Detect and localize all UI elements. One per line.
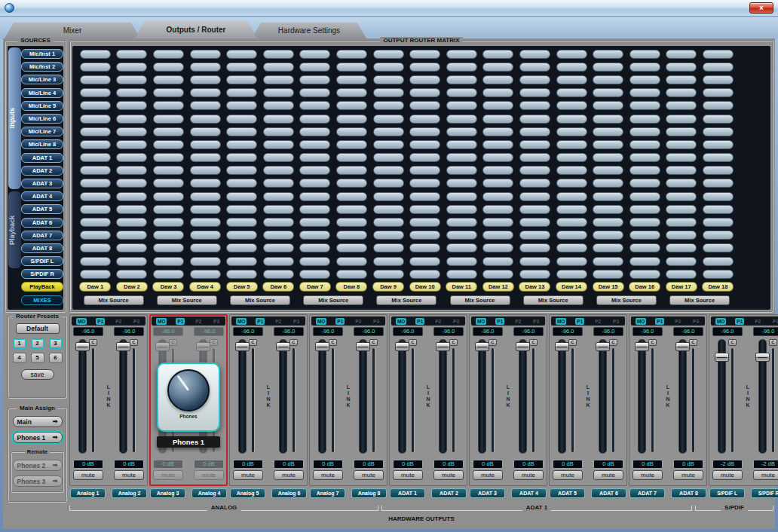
fader-track[interactable] xyxy=(519,339,527,454)
mute-button[interactable]: mute xyxy=(73,470,103,480)
output-button-analog-4[interactable]: Analog 4 xyxy=(191,488,227,498)
matrix-cell-r9c2[interactable] xyxy=(116,153,147,162)
matrix-cell-r14c18[interactable] xyxy=(703,218,734,227)
center-button[interactable]: C xyxy=(210,339,218,346)
matrix-cell-r10c6[interactable] xyxy=(263,166,294,175)
matrix-cell-r2c16[interactable] xyxy=(629,63,660,72)
matrix-cell-r9c7[interactable] xyxy=(299,153,330,162)
matrix-cell-r8c4[interactable] xyxy=(190,140,221,149)
gain-display[interactable]: 0 dB xyxy=(354,460,384,469)
matrix-cell-r12c14[interactable] xyxy=(556,192,587,201)
matrix-cell-r9c13[interactable] xyxy=(519,153,550,162)
matrix-cell-r16c13[interactable] xyxy=(519,243,550,252)
matrix-cell-r6c3[interactable] xyxy=(153,115,184,124)
matrix-cell-r14c11[interactable] xyxy=(446,218,477,227)
matrix-cell-r9c8[interactable] xyxy=(336,153,367,162)
matrix-cell-r9c18[interactable] xyxy=(703,153,734,162)
link-button[interactable]: LINK xyxy=(584,327,592,480)
matrix-cell-r11c6[interactable] xyxy=(263,179,294,188)
center-button[interactable]: C xyxy=(529,339,538,346)
matrix-cell-r13c10[interactable] xyxy=(409,205,440,214)
matrix-cell-r13c8[interactable] xyxy=(336,205,367,214)
fader-track[interactable] xyxy=(238,339,247,454)
matrix-cell-r4c11[interactable] xyxy=(446,88,477,97)
fader-handle[interactable] xyxy=(596,342,610,351)
fader-track[interactable] xyxy=(558,339,566,454)
matrix-cell-r7c12[interactable] xyxy=(482,127,513,136)
matrix-cell-r2c3[interactable] xyxy=(153,63,184,72)
gain-display[interactable]: 0 dB xyxy=(633,460,663,469)
matrix-cell-r10c7[interactable] xyxy=(299,166,330,175)
matrix-cell-r7c6[interactable] xyxy=(263,127,294,136)
matrix-cell-r1c14[interactable] xyxy=(556,50,587,59)
matrix-cell-r1c12[interactable] xyxy=(482,50,513,59)
matrix-cell-r2c9[interactable] xyxy=(373,63,404,72)
matrix-cell-r9c12[interactable] xyxy=(482,153,513,162)
center-button[interactable]: C xyxy=(769,339,777,346)
link-button[interactable]: LINK xyxy=(744,327,752,480)
matrix-cell-r5c8[interactable] xyxy=(336,101,367,110)
matrix-cell-r5c12[interactable] xyxy=(482,101,513,110)
source-mic-line-5[interactable]: Mic/Line 5 xyxy=(21,101,63,111)
matrix-cell-r18c16[interactable] xyxy=(629,270,660,279)
matrix-cell-r12c18[interactable] xyxy=(703,192,734,201)
source-adat-2[interactable]: ADAT 2 xyxy=(21,166,63,176)
source-adat-4[interactable]: ADAT 4 xyxy=(21,191,63,201)
matrix-cell-r14c15[interactable] xyxy=(593,218,623,227)
matrix-cell-r15c15[interactable] xyxy=(593,231,623,240)
matrix-cell-r13c1[interactable] xyxy=(80,205,111,214)
mute-button[interactable]: mute xyxy=(593,470,623,480)
matrix-cell-r15c17[interactable] xyxy=(666,231,697,240)
daw-button-daw-1[interactable]: Daw 1 xyxy=(79,282,111,292)
matrix-cell-r10c2[interactable] xyxy=(116,166,147,175)
matrix-cell-r3c7[interactable] xyxy=(299,75,330,84)
matrix-cell-r14c12[interactable] xyxy=(482,218,513,227)
fader-track[interactable] xyxy=(119,339,127,454)
matrix-cell-r5c17[interactable] xyxy=(666,101,697,110)
matrix-cell-r4c13[interactable] xyxy=(519,88,550,97)
matrix-cell-r17c12[interactable] xyxy=(482,257,513,266)
matrix-cell-r3c11[interactable] xyxy=(446,75,477,84)
matrix-cell-r1c4[interactable] xyxy=(190,50,221,59)
mute-button[interactable]: mute xyxy=(712,470,743,480)
fader-handle[interactable] xyxy=(516,342,530,351)
output-button-adat-5[interactable]: ADAT 5 xyxy=(550,488,585,498)
matrix-cell-r5c3[interactable] xyxy=(153,101,184,110)
matrix-cell-r1c1[interactable] xyxy=(80,50,111,59)
fader-track[interactable] xyxy=(279,339,287,454)
matrix-cell-r4c1[interactable] xyxy=(80,88,111,97)
matrix-cell-r17c16[interactable] xyxy=(629,257,660,266)
save-button[interactable]: save xyxy=(21,369,54,380)
output-button-analog-1[interactable]: Analog 1 xyxy=(70,488,106,498)
gain-display[interactable]: 0 dB xyxy=(233,460,263,469)
mute-button[interactable]: mute xyxy=(354,470,384,480)
matrix-cell-r13c6[interactable] xyxy=(263,205,294,214)
matrix-cell-r3c15[interactable] xyxy=(593,75,623,84)
fader-track[interactable] xyxy=(718,339,726,454)
matrix-cell-r16c18[interactable] xyxy=(703,243,734,252)
matrix-cell-r8c8[interactable] xyxy=(336,140,367,149)
matrix-cell-r11c17[interactable] xyxy=(666,179,697,188)
matrix-cell-r6c15[interactable] xyxy=(593,115,623,124)
matrix-cell-r17c8[interactable] xyxy=(336,257,367,266)
matrix-cell-r9c15[interactable] xyxy=(593,153,623,162)
mute-button[interactable]: mute xyxy=(153,470,183,480)
matrix-cell-r3c4[interactable] xyxy=(190,75,221,84)
matrix-cell-r4c2[interactable] xyxy=(116,88,147,97)
center-button[interactable]: C xyxy=(289,339,298,346)
matrix-cell-r6c18[interactable] xyxy=(703,115,734,124)
matrix-cell-r8c10[interactable] xyxy=(409,140,440,149)
matrix-cell-r1c18[interactable] xyxy=(703,50,734,59)
fader-handle[interactable] xyxy=(356,342,370,351)
mix-source-button-9[interactable]: Mix Source xyxy=(669,295,730,305)
matrix-cell-r18c14[interactable] xyxy=(556,270,587,279)
matrix-cell-r1c17[interactable] xyxy=(666,50,697,59)
mix-source-button-6[interactable]: Mix Source xyxy=(450,295,510,305)
matrix-cell-r13c9[interactable] xyxy=(373,205,404,214)
matrix-cell-r16c5[interactable] xyxy=(226,243,257,252)
matrix-cell-r14c13[interactable] xyxy=(519,218,550,227)
matrix-cell-r7c7[interactable] xyxy=(299,127,330,136)
matrix-cell-r1c9[interactable] xyxy=(373,50,404,59)
matrix-cell-r18c13[interactable] xyxy=(519,270,550,279)
matrix-cell-r14c14[interactable] xyxy=(556,218,587,227)
